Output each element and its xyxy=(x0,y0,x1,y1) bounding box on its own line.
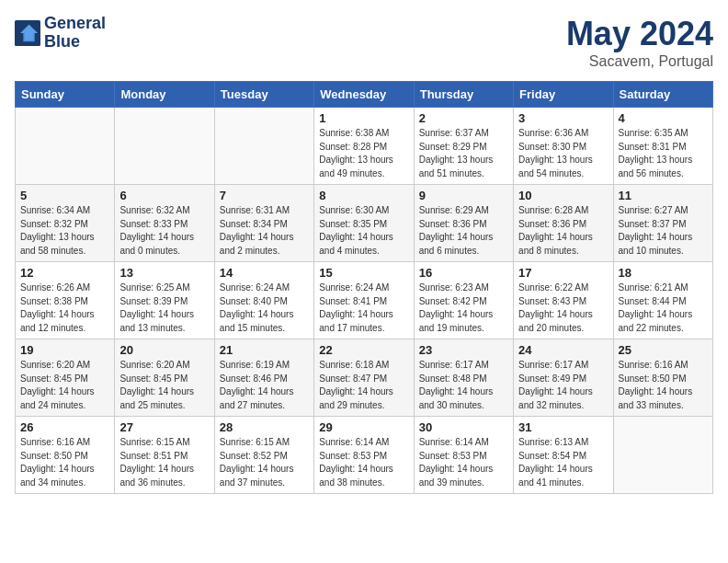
day-info: Sunrise: 6:17 AM Sunset: 8:48 PM Dayligh… xyxy=(419,359,508,412)
logo-line1: General xyxy=(44,15,106,33)
day-info: Sunrise: 6:15 AM Sunset: 8:51 PM Dayligh… xyxy=(119,436,209,489)
day-cell: 19Sunrise: 6:20 AM Sunset: 8:45 PM Dayli… xyxy=(16,339,115,417)
day-number: 5 xyxy=(20,189,109,202)
day-number: 4 xyxy=(619,111,708,125)
day-info: Sunrise: 6:36 AM Sunset: 8:30 PM Dayligh… xyxy=(518,127,608,180)
day-info: Sunrise: 6:27 AM Sunset: 8:37 PM Dayligh… xyxy=(619,204,708,258)
calendar-body: 1Sunrise: 6:38 AM Sunset: 8:28 PM Daylig… xyxy=(16,108,713,494)
day-info: Sunrise: 6:14 AM Sunset: 8:53 PM Dayligh… xyxy=(319,436,408,489)
day-cell: 13Sunrise: 6:25 AM Sunset: 8:39 PM Dayli… xyxy=(115,262,214,339)
day-cell: 8Sunrise: 6:30 AM Sunset: 8:35 PM Daylig… xyxy=(314,185,414,262)
day-info: Sunrise: 6:21 AM Sunset: 8:44 PM Dayligh… xyxy=(619,282,708,335)
day-number: 6 xyxy=(119,189,209,202)
day-number: 15 xyxy=(319,266,408,280)
day-info: Sunrise: 6:14 AM Sunset: 8:53 PM Dayligh… xyxy=(419,436,508,489)
day-info: Sunrise: 6:23 AM Sunset: 8:42 PM Dayligh… xyxy=(419,282,508,335)
day-number: 22 xyxy=(319,343,408,357)
month-title: May 2024 xyxy=(566,15,713,53)
calendar-table: SundayMondayTuesdayWednesdayThursdayFrid… xyxy=(15,81,713,494)
title-block: May 2024 Sacavem, Portugal xyxy=(566,15,713,70)
day-info: Sunrise: 6:26 AM Sunset: 8:38 PM Dayligh… xyxy=(20,282,109,335)
header-cell-friday: Friday xyxy=(514,82,613,108)
header-cell-monday: Monday xyxy=(115,82,214,108)
day-cell: 28Sunrise: 6:15 AM Sunset: 8:52 PM Dayli… xyxy=(214,417,313,494)
day-cell: 16Sunrise: 6:23 AM Sunset: 8:42 PM Dayli… xyxy=(414,262,513,339)
day-info: Sunrise: 6:34 AM Sunset: 8:32 PM Dayligh… xyxy=(20,204,109,258)
day-cell xyxy=(613,417,712,494)
header: General Blue May 2024 Sacavem, Portugal xyxy=(15,15,713,70)
header-cell-wednesday: Wednesday xyxy=(314,82,414,108)
day-number: 7 xyxy=(220,189,309,202)
calendar-header: SundayMondayTuesdayWednesdayThursdayFrid… xyxy=(16,82,713,108)
day-number: 25 xyxy=(619,343,708,357)
logo: General Blue xyxy=(15,15,106,52)
header-cell-sunday: Sunday xyxy=(16,82,115,108)
day-number: 21 xyxy=(220,343,309,357)
day-number: 12 xyxy=(20,266,109,280)
day-cell xyxy=(115,108,214,185)
day-cell: 2Sunrise: 6:37 AM Sunset: 8:29 PM Daylig… xyxy=(414,108,513,185)
page: General Blue May 2024 Sacavem, Portugal … xyxy=(0,0,728,509)
day-info: Sunrise: 6:29 AM Sunset: 8:36 PM Dayligh… xyxy=(419,204,508,258)
day-info: Sunrise: 6:20 AM Sunset: 8:45 PM Dayligh… xyxy=(20,359,109,412)
day-info: Sunrise: 6:17 AM Sunset: 8:49 PM Dayligh… xyxy=(518,359,608,412)
day-cell: 4Sunrise: 6:35 AM Sunset: 8:31 PM Daylig… xyxy=(613,108,712,185)
day-cell: 21Sunrise: 6:19 AM Sunset: 8:46 PM Dayli… xyxy=(214,339,313,417)
day-info: Sunrise: 6:24 AM Sunset: 8:40 PM Dayligh… xyxy=(220,282,309,335)
day-cell xyxy=(214,108,313,185)
day-cell: 26Sunrise: 6:16 AM Sunset: 8:50 PM Dayli… xyxy=(16,417,115,494)
day-number: 17 xyxy=(518,266,608,280)
day-number: 3 xyxy=(518,111,608,125)
day-cell: 30Sunrise: 6:14 AM Sunset: 8:53 PM Dayli… xyxy=(414,417,513,494)
day-cell: 24Sunrise: 6:17 AM Sunset: 8:49 PM Dayli… xyxy=(514,339,613,417)
day-cell: 27Sunrise: 6:15 AM Sunset: 8:51 PM Dayli… xyxy=(115,417,214,494)
day-number: 19 xyxy=(20,343,109,357)
day-info: Sunrise: 6:37 AM Sunset: 8:29 PM Dayligh… xyxy=(419,127,508,180)
header-cell-tuesday: Tuesday xyxy=(214,82,313,108)
day-cell: 1Sunrise: 6:38 AM Sunset: 8:28 PM Daylig… xyxy=(314,108,414,185)
day-number: 9 xyxy=(419,189,508,202)
day-info: Sunrise: 6:32 AM Sunset: 8:33 PM Dayligh… xyxy=(119,204,209,258)
day-info: Sunrise: 6:30 AM Sunset: 8:35 PM Dayligh… xyxy=(319,204,408,258)
week-row-1: 1Sunrise: 6:38 AM Sunset: 8:28 PM Daylig… xyxy=(16,108,713,185)
day-info: Sunrise: 6:31 AM Sunset: 8:34 PM Dayligh… xyxy=(220,204,309,258)
day-number: 2 xyxy=(419,111,508,125)
day-cell: 22Sunrise: 6:18 AM Sunset: 8:47 PM Dayli… xyxy=(314,339,414,417)
day-number: 24 xyxy=(518,343,608,357)
day-number: 27 xyxy=(119,420,209,434)
day-cell: 10Sunrise: 6:28 AM Sunset: 8:36 PM Dayli… xyxy=(514,185,613,262)
day-number: 1 xyxy=(319,111,408,125)
day-info: Sunrise: 6:16 AM Sunset: 8:50 PM Dayligh… xyxy=(20,436,109,489)
week-row-3: 12Sunrise: 6:26 AM Sunset: 8:38 PM Dayli… xyxy=(16,262,713,339)
day-cell: 3Sunrise: 6:36 AM Sunset: 8:30 PM Daylig… xyxy=(514,108,613,185)
day-number: 16 xyxy=(419,266,508,280)
day-number: 26 xyxy=(20,420,109,434)
header-row: SundayMondayTuesdayWednesdayThursdayFrid… xyxy=(16,82,713,108)
day-number: 28 xyxy=(220,420,309,434)
day-cell: 25Sunrise: 6:16 AM Sunset: 8:50 PM Dayli… xyxy=(613,339,712,417)
day-cell: 31Sunrise: 6:13 AM Sunset: 8:54 PM Dayli… xyxy=(514,417,613,494)
day-info: Sunrise: 6:15 AM Sunset: 8:52 PM Dayligh… xyxy=(220,436,309,489)
day-cell: 12Sunrise: 6:26 AM Sunset: 8:38 PM Dayli… xyxy=(16,262,115,339)
day-cell: 7Sunrise: 6:31 AM Sunset: 8:34 PM Daylig… xyxy=(214,185,313,262)
day-number: 30 xyxy=(419,420,508,434)
day-number: 11 xyxy=(619,189,708,202)
week-row-2: 5Sunrise: 6:34 AM Sunset: 8:32 PM Daylig… xyxy=(16,185,713,262)
header-cell-thursday: Thursday xyxy=(414,82,513,108)
day-info: Sunrise: 6:22 AM Sunset: 8:43 PM Dayligh… xyxy=(518,282,608,335)
day-number: 10 xyxy=(518,189,608,202)
day-cell: 11Sunrise: 6:27 AM Sunset: 8:37 PM Dayli… xyxy=(613,185,712,262)
day-cell: 29Sunrise: 6:14 AM Sunset: 8:53 PM Dayli… xyxy=(314,417,414,494)
day-cell: 18Sunrise: 6:21 AM Sunset: 8:44 PM Dayli… xyxy=(613,262,712,339)
day-number: 13 xyxy=(119,266,209,280)
day-cell: 20Sunrise: 6:20 AM Sunset: 8:45 PM Dayli… xyxy=(115,339,214,417)
day-info: Sunrise: 6:28 AM Sunset: 8:36 PM Dayligh… xyxy=(518,204,608,258)
day-info: Sunrise: 6:19 AM Sunset: 8:46 PM Dayligh… xyxy=(220,359,309,412)
day-info: Sunrise: 6:16 AM Sunset: 8:50 PM Dayligh… xyxy=(619,359,708,412)
day-info: Sunrise: 6:24 AM Sunset: 8:41 PM Dayligh… xyxy=(319,282,408,335)
day-cell: 9Sunrise: 6:29 AM Sunset: 8:36 PM Daylig… xyxy=(414,185,513,262)
location: Sacavem, Portugal xyxy=(566,53,713,70)
logo-line2: Blue xyxy=(44,33,106,52)
day-info: Sunrise: 6:35 AM Sunset: 8:31 PM Dayligh… xyxy=(619,127,708,180)
day-cell: 15Sunrise: 6:24 AM Sunset: 8:41 PM Dayli… xyxy=(314,262,414,339)
